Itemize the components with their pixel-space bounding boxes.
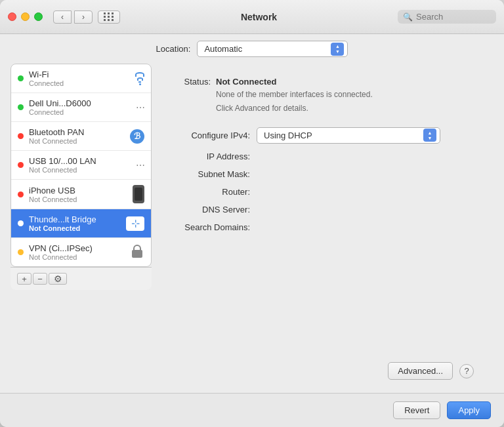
sidebar-item-dell[interactable]: Dell Uni...D6000 Connected ⋯ bbox=[11, 93, 151, 122]
sidebar-wrapper: Wi-Fi Connected Dell Uni...D6000 bbox=[10, 64, 152, 393]
thunderbolt-icon: ⊹ bbox=[126, 216, 144, 231]
apply-button[interactable]: Apply bbox=[447, 401, 491, 419]
status-dot-usb-lan bbox=[18, 162, 24, 168]
remove-network-button[interactable]: − bbox=[33, 273, 47, 285]
add-network-button[interactable]: + bbox=[17, 273, 32, 285]
sidebar-item-wifi-name: Wi-Fi bbox=[29, 70, 135, 79]
sidebar-item-bluetooth-pan[interactable]: Bluetooth PAN Not Connected ℬ bbox=[11, 122, 151, 151]
sidebar-item-iphone-name: iPhone USB bbox=[29, 186, 133, 195]
sidebar-item-wifi-text: Wi-Fi Connected bbox=[29, 70, 135, 87]
router-row: Router: bbox=[171, 187, 474, 197]
sidebar-item-bluetooth-name: Bluetooth PAN bbox=[29, 127, 130, 137]
sidebar-item-thunderbolt[interactable]: Thunde...lt Bridge Not Connected ⊹ bbox=[11, 209, 151, 238]
sidebar-item-iphone-status: Not Connected bbox=[29, 195, 133, 203]
network-settings-button[interactable]: ⚙ bbox=[49, 273, 67, 285]
window-title: Network bbox=[120, 12, 398, 22]
revert-button[interactable]: Revert bbox=[393, 401, 440, 419]
router-label: Router: bbox=[171, 187, 250, 197]
advanced-button[interactable]: Advanced... bbox=[388, 362, 453, 380]
sidebar: Wi-Fi Connected Dell Uni...D6000 bbox=[10, 64, 152, 267]
detail-panel: Status: Not Connected None of the member… bbox=[152, 64, 494, 393]
configure-select[interactable]: Using DHCP bbox=[257, 127, 440, 144]
sidebar-item-wifi[interactable]: Wi-Fi Connected bbox=[11, 64, 151, 93]
search-icon: 🔍 bbox=[403, 12, 413, 22]
main-content: Wi-Fi Connected Dell Uni...D6000 bbox=[0, 64, 504, 393]
traffic-lights bbox=[8, 12, 43, 21]
window-footer: Revert Apply bbox=[0, 393, 504, 427]
nav-buttons: ‹ › bbox=[53, 10, 93, 24]
sidebar-item-bluetooth-status: Not Connected bbox=[29, 137, 130, 145]
location-bar: Location: Automatic bbox=[0, 34, 504, 64]
sidebar-item-vpn-text: VPN (Ci...IPSec) Not Connected bbox=[29, 243, 130, 261]
status-description: None of the member interfaces is connect… bbox=[216, 89, 474, 114]
sidebar-item-usb-lan[interactable]: USB 10/...00 LAN Not Connected ⋯ bbox=[11, 151, 151, 180]
search-input[interactable] bbox=[416, 12, 488, 22]
location-select-wrapper: Automatic bbox=[197, 41, 348, 57]
dns-label: DNS Server: bbox=[171, 205, 250, 214]
status-dot-wifi bbox=[18, 75, 24, 81]
location-select[interactable]: Automatic bbox=[197, 41, 348, 57]
search-domains-row: Search Domains: bbox=[171, 222, 474, 232]
status-desc-line2: Click Advanced for details. bbox=[216, 103, 474, 114]
configure-label: Configure IPv4: bbox=[171, 131, 250, 140]
forward-button[interactable]: › bbox=[74, 10, 93, 24]
fields-section: Configure IPv4: Using DHCP IP Address: S bbox=[171, 127, 474, 232]
ip-label: IP Address: bbox=[171, 152, 250, 161]
sidebar-item-vpn[interactable]: VPN (Ci...IPSec) Not Connected bbox=[11, 238, 151, 266]
status-dot-vpn bbox=[18, 249, 24, 255]
location-label: Location: bbox=[156, 44, 191, 54]
dns-row: DNS Server: bbox=[171, 205, 474, 214]
sidebar-item-bluetooth-text: Bluetooth PAN Not Connected bbox=[29, 127, 130, 145]
network-window: ‹ › Network 🔍 Location: Automatic bbox=[0, 0, 504, 427]
status-dot-dell bbox=[18, 104, 24, 110]
status-value: Not Connected bbox=[216, 77, 276, 87]
sidebar-footer: + − ⚙ bbox=[10, 267, 152, 290]
subnet-row: Subnet Mask: bbox=[171, 169, 474, 179]
bluetooth-icon: ℬ bbox=[130, 129, 144, 144]
status-section: Status: Not Connected None of the member… bbox=[171, 77, 474, 114]
back-button[interactable]: ‹ bbox=[53, 10, 72, 24]
help-button[interactable]: ? bbox=[459, 364, 474, 378]
status-label: Status: bbox=[171, 77, 211, 87]
sidebar-item-usb-lan-name: USB 10/...00 LAN bbox=[29, 156, 136, 166]
sidebar-item-dell-text: Dell Uni...D6000 Connected bbox=[29, 98, 136, 116]
sidebar-item-iphone-usb[interactable]: iPhone USB Not Connected bbox=[11, 180, 151, 209]
status-dot-thunderbolt bbox=[18, 220, 24, 226]
subnet-label: Subnet Mask: bbox=[171, 169, 250, 179]
network-dots-icon-usb: ⋯ bbox=[136, 160, 144, 171]
wifi-icon bbox=[135, 72, 144, 85]
configure-row: Configure IPv4: Using DHCP bbox=[171, 127, 474, 144]
vpn-lock-icon bbox=[130, 245, 144, 260]
close-button[interactable] bbox=[8, 12, 16, 21]
sidebar-item-vpn-name: VPN (Ci...IPSec) bbox=[29, 243, 130, 253]
title-bar: ‹ › Network 🔍 bbox=[0, 0, 504, 34]
sidebar-item-wifi-status: Connected bbox=[29, 79, 135, 87]
minimize-button[interactable] bbox=[21, 12, 30, 21]
sidebar-item-thunderbolt-text: Thunde...lt Bridge Not Connected bbox=[29, 214, 126, 232]
sidebar-item-dell-name: Dell Uni...D6000 bbox=[29, 98, 136, 108]
sidebar-item-thunderbolt-name: Thunde...lt Bridge bbox=[29, 214, 126, 224]
phone-icon bbox=[133, 185, 144, 203]
sidebar-item-dell-status: Connected bbox=[29, 108, 136, 116]
detail-bottom: Advanced... ? bbox=[171, 356, 474, 380]
sidebar-item-thunderbolt-status: Not Connected bbox=[29, 224, 126, 232]
status-desc-line1: None of the member interfaces is connect… bbox=[216, 89, 474, 100]
status-row: Status: Not Connected bbox=[171, 77, 474, 87]
search-domains-label: Search Domains: bbox=[171, 222, 250, 232]
maximize-button[interactable] bbox=[34, 12, 43, 21]
sidebar-item-usb-lan-status: Not Connected bbox=[29, 166, 136, 174]
ip-row: IP Address: bbox=[171, 152, 474, 161]
network-dots-icon-dell: ⋯ bbox=[136, 102, 144, 113]
sidebar-item-usb-lan-text: USB 10/...00 LAN Not Connected bbox=[29, 156, 136, 174]
status-dot-iphone bbox=[18, 192, 24, 197]
sidebar-item-vpn-status: Not Connected bbox=[29, 253, 130, 261]
status-dot-bluetooth bbox=[18, 133, 24, 139]
configure-select-wrapper: Using DHCP bbox=[257, 127, 440, 144]
sidebar-item-iphone-text: iPhone USB Not Connected bbox=[29, 186, 133, 203]
grid-button[interactable] bbox=[98, 10, 120, 24]
grid-icon bbox=[104, 12, 114, 21]
search-box[interactable]: 🔍 bbox=[398, 10, 496, 24]
